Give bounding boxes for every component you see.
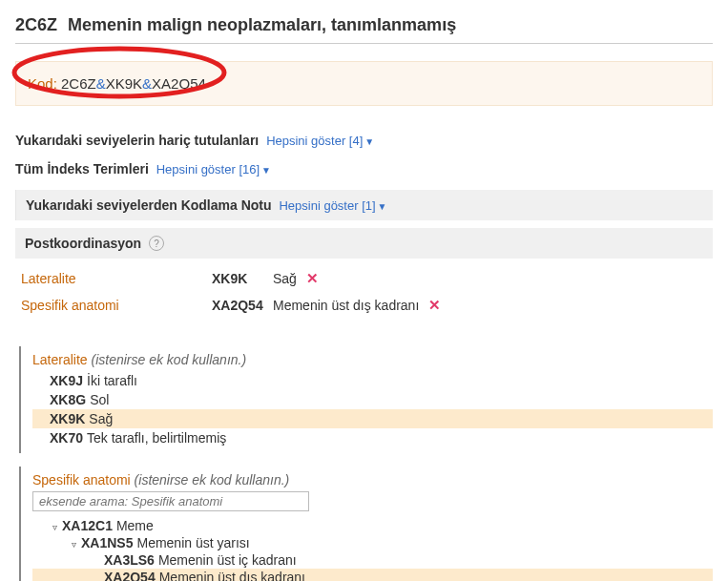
selected-code: XA2Q54 — [212, 298, 273, 313]
remove-button[interactable]: ✕ — [428, 297, 441, 314]
tree-code: XA3LS6 — [104, 552, 155, 568]
chevron-down-icon: ▼ — [261, 165, 271, 176]
tree-code: XA1NS5 — [81, 535, 133, 550]
chevron-down-icon: ▼ — [378, 201, 387, 212]
anatomi-search-input[interactable] — [32, 491, 309, 511]
exclusions-row: Yukarıdaki seviyelerin hariç tutulanları… — [15, 133, 713, 148]
anatomi-tree-item[interactable]: ▿XA1NS5Memenin üst yarısı — [32, 534, 713, 551]
selected-code: XK9K — [212, 271, 273, 286]
selected-row: Lateralite XK9K Sağ ✕ — [21, 270, 707, 287]
tree-toggle-icon[interactable]: ▿ — [69, 539, 78, 550]
anatomi-tree-item[interactable]: XA3LS6Memenin üst iç kadranı — [32, 551, 713, 569]
option-code: XK8G — [50, 392, 86, 407]
selected-axis: Spesifik anatomi — [21, 298, 212, 313]
selected-name: Sağ — [273, 271, 297, 286]
amp-icon: & — [96, 75, 106, 92]
tree-name: Memenin üst iç kadranı — [158, 552, 297, 568]
tree-name: Memenin üst yarısı — [136, 535, 249, 550]
anatomi-tree-item[interactable]: ▿XA12C1Meme — [32, 517, 713, 534]
coding-note-label: Yukarıdaki seviyelerden Kodlama Notu — [26, 197, 272, 213]
tree-name: Memenin üst dış kadranı — [159, 570, 305, 581]
tree-name: Meme — [116, 518, 154, 533]
annotation-circle-icon — [7, 43, 236, 102]
exclusions-showall-link[interactable]: Hepsini göster [4]▼ — [266, 134, 374, 148]
lateralite-option[interactable]: XK9KSağ — [32, 409, 713, 428]
amp-icon: & — [142, 75, 152, 92]
code-label: Kod: — [28, 75, 57, 92]
option-name: İki taraflı — [87, 373, 137, 388]
selected-axis: Lateralite — [21, 271, 212, 286]
title-text: Memenin malign neoplazmaları, tanımlanma… — [68, 15, 456, 34]
code-part-1: XK9K — [106, 75, 142, 92]
index-terms-label: Tüm İndeks Terimleri — [15, 161, 149, 176]
coding-note-showall-link[interactable]: Hepsini göster [1]▼ — [279, 198, 386, 213]
option-name: Sağ — [89, 411, 113, 426]
axis-title: Lateralite (istenirse ek kod kullanın.) — [32, 352, 713, 367]
option-code: XK9J — [50, 373, 83, 388]
lateralite-axis: Lateralite (istenirse ek kod kullanın.) … — [19, 346, 713, 453]
option-name: Tek taraflı, belirtilmemiş — [87, 430, 226, 446]
selected-codes: Lateralite XK9K Sağ ✕ Spesifik anatomi X… — [15, 270, 713, 337]
code-part-0: 2C6Z — [61, 75, 96, 92]
option-code: XK9K — [50, 411, 85, 426]
chevron-down-icon: ▼ — [364, 136, 374, 147]
lateralite-option[interactable]: XK8GSol — [32, 390, 713, 409]
lateralite-option[interactable]: XK9Jİki taraflı — [32, 371, 713, 390]
page-title: 2C6Z Memenin malign neoplazmaları, tanım… — [15, 15, 713, 44]
tree-code: XA2Q54 — [104, 570, 156, 581]
exclusions-label: Yukarıdaki seviyelerin hariç tutulanları — [15, 133, 259, 148]
postcoord-header: Postkoordinasyon ? — [15, 228, 713, 259]
selected-row: Spesifik anatomi XA2Q54 Memenin üst dış … — [21, 297, 707, 314]
code-box: Kod: 2C6Z&XK9K&XA2Q54 — [15, 61, 713, 106]
index-terms-showall-link[interactable]: Hepsini göster [16]▼ — [156, 162, 271, 176]
tree-toggle-icon[interactable]: ▿ — [50, 522, 59, 532]
lateralite-option[interactable]: XK70Tek taraflı, belirtilmemiş — [32, 428, 713, 447]
axis-name: Lateralite — [32, 352, 88, 367]
option-name: Sol — [90, 392, 109, 407]
axis-hint: (istenirse ek kod kullanın.) — [135, 472, 290, 488]
index-terms-row: Tüm İndeks Terimleri Hepsini göster [16]… — [15, 161, 713, 176]
code-part-2: XA2Q54 — [152, 75, 206, 92]
title-code: 2C6Z — [15, 15, 57, 34]
axis-hint: (istenirse ek kod kullanın.) — [91, 352, 246, 367]
help-icon[interactable]: ? — [149, 236, 164, 251]
coding-note-header: Yukarıdaki seviyelerden Kodlama Notu Hep… — [15, 190, 713, 220]
anatomi-tree-item[interactable]: XA2Q54Memenin üst dış kadranı — [32, 569, 713, 581]
tree-code: XA12C1 — [62, 518, 113, 533]
selected-name: Memenin üst dış kadranı — [273, 298, 419, 313]
option-code: XK70 — [50, 430, 83, 446]
anatomi-axis: Spesifik anatomi (istenirse ek kod kulla… — [19, 467, 713, 581]
postcoord-label: Postkoordinasyon — [25, 236, 141, 251]
axis-name: Spesifik anatomi — [32, 472, 131, 488]
remove-button[interactable]: ✕ — [306, 270, 319, 287]
axis-title: Spesifik anatomi (istenirse ek kod kulla… — [32, 472, 713, 488]
